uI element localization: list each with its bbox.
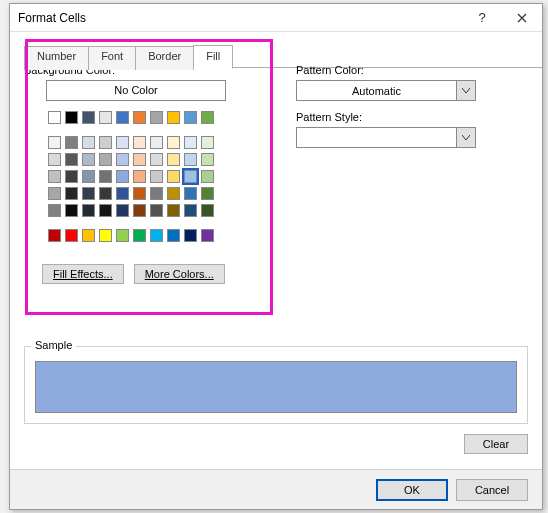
color-swatch[interactable] <box>99 229 112 242</box>
color-swatch[interactable] <box>116 111 129 124</box>
tab-number[interactable]: Number <box>24 46 89 70</box>
color-swatch[interactable] <box>48 204 61 217</box>
color-swatch[interactable] <box>150 170 163 183</box>
pattern-color-dropdown[interactable]: Automatic <box>296 80 476 101</box>
color-swatch[interactable] <box>167 153 180 166</box>
color-swatch[interactable] <box>201 229 214 242</box>
color-swatch[interactable] <box>65 187 78 200</box>
color-swatch[interactable] <box>99 136 112 149</box>
cancel-button[interactable]: Cancel <box>456 479 528 501</box>
color-swatch[interactable] <box>82 111 95 124</box>
color-swatch[interactable] <box>133 187 146 200</box>
color-swatch[interactable] <box>184 170 197 183</box>
color-swatch[interactable] <box>65 170 78 183</box>
clear-button[interactable]: Clear <box>464 434 528 454</box>
sample-swatch <box>35 361 517 413</box>
pattern-style-dropdown[interactable] <box>296 127 476 148</box>
dialog-footer: OK Cancel <box>10 469 542 509</box>
color-swatch[interactable] <box>150 204 163 217</box>
color-swatch[interactable] <box>150 229 163 242</box>
color-swatch[interactable] <box>48 229 61 242</box>
color-swatch[interactable] <box>133 170 146 183</box>
color-swatch[interactable] <box>65 204 78 217</box>
color-swatch[interactable] <box>167 111 180 124</box>
color-swatch[interactable] <box>133 136 146 149</box>
color-swatch[interactable] <box>48 170 61 183</box>
color-swatch[interactable] <box>48 111 61 124</box>
color-swatch[interactable] <box>201 204 214 217</box>
color-swatch[interactable] <box>133 229 146 242</box>
color-swatch[interactable] <box>82 153 95 166</box>
color-swatch[interactable] <box>167 187 180 200</box>
color-swatch[interactable] <box>184 136 197 149</box>
color-swatch[interactable] <box>133 111 146 124</box>
format-cells-dialog: Format Cells ? Number Font Border Fill B… <box>9 3 543 510</box>
tab-border[interactable]: Border <box>135 46 194 70</box>
color-swatch[interactable] <box>82 187 95 200</box>
color-swatch[interactable] <box>82 170 95 183</box>
color-swatch[interactable] <box>150 136 163 149</box>
pattern-color-value: Automatic <box>297 85 456 97</box>
color-swatch[interactable] <box>133 153 146 166</box>
no-color-button[interactable]: No Color <box>46 80 226 101</box>
color-swatch[interactable] <box>48 187 61 200</box>
color-swatch[interactable] <box>99 187 112 200</box>
color-swatch[interactable] <box>116 187 129 200</box>
close-button[interactable] <box>502 4 542 32</box>
color-swatch[interactable] <box>184 204 197 217</box>
sample-label: Sample <box>31 339 76 351</box>
color-swatch[interactable] <box>116 229 129 242</box>
more-colors-button[interactable]: More Colors... <box>134 264 225 284</box>
color-swatch[interactable] <box>184 229 197 242</box>
tab-fill[interactable]: Fill <box>193 45 233 69</box>
color-swatch[interactable] <box>167 136 180 149</box>
color-swatch[interactable] <box>167 170 180 183</box>
ok-button[interactable]: OK <box>376 479 448 501</box>
dialog-title: Format Cells <box>18 11 462 25</box>
color-swatch[interactable] <box>99 170 112 183</box>
color-swatch[interactable] <box>201 187 214 200</box>
color-swatch[interactable] <box>150 153 163 166</box>
chevron-down-icon <box>456 81 475 100</box>
help-button[interactable]: ? <box>462 4 502 32</box>
color-swatch[interactable] <box>133 204 146 217</box>
color-swatch[interactable] <box>201 170 214 183</box>
color-swatch[interactable] <box>201 136 214 149</box>
color-swatch[interactable] <box>201 153 214 166</box>
color-swatch[interactable] <box>201 111 214 124</box>
color-palette <box>46 109 264 244</box>
color-swatch[interactable] <box>116 170 129 183</box>
color-swatch[interactable] <box>99 204 112 217</box>
color-swatch[interactable] <box>167 229 180 242</box>
color-swatch[interactable] <box>82 136 95 149</box>
color-swatch[interactable] <box>184 187 197 200</box>
chevron-down-icon <box>456 128 475 147</box>
sample-fieldset: Sample <box>24 346 528 424</box>
tab-font[interactable]: Font <box>88 46 136 70</box>
color-swatch[interactable] <box>116 136 129 149</box>
pattern-style-label: Pattern Style: <box>296 111 516 123</box>
color-swatch[interactable] <box>65 111 78 124</box>
color-swatch[interactable] <box>116 204 129 217</box>
titlebar: Format Cells ? <box>10 4 542 32</box>
fill-effects-button[interactable]: Fill Effects... <box>42 264 124 284</box>
color-swatch[interactable] <box>65 136 78 149</box>
pattern-color-label: Pattern Color: <box>296 64 516 76</box>
color-swatch[interactable] <box>150 111 163 124</box>
color-swatch[interactable] <box>65 229 78 242</box>
color-swatch[interactable] <box>150 187 163 200</box>
color-swatch[interactable] <box>99 111 112 124</box>
color-swatch[interactable] <box>82 229 95 242</box>
color-swatch[interactable] <box>99 153 112 166</box>
color-swatch[interactable] <box>48 153 61 166</box>
color-swatch[interactable] <box>65 153 78 166</box>
color-swatch[interactable] <box>48 136 61 149</box>
color-swatch[interactable] <box>116 153 129 166</box>
color-swatch[interactable] <box>184 111 197 124</box>
color-swatch[interactable] <box>82 204 95 217</box>
color-swatch[interactable] <box>167 204 180 217</box>
color-swatch[interactable] <box>184 153 197 166</box>
